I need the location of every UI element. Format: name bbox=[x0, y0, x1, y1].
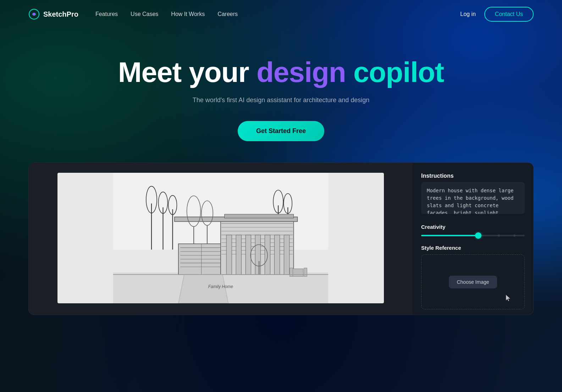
svg-rect-37 bbox=[255, 235, 260, 275]
svg-rect-35 bbox=[236, 235, 241, 275]
hero-title-part3: copilot bbox=[346, 56, 444, 88]
hero-title-part1: Meet your bbox=[118, 56, 257, 88]
sketch-canvas: Family Home bbox=[57, 173, 384, 303]
logo[interactable]: SketchPro bbox=[28, 9, 78, 20]
instructions-textarea[interactable] bbox=[421, 182, 525, 214]
cursor-icon bbox=[505, 294, 512, 303]
logo-text: SketchPro bbox=[43, 10, 78, 18]
nav-links: Features Use Cases How It Works Careers bbox=[95, 11, 238, 17]
creativity-section: Creativity bbox=[421, 224, 525, 236]
slider-dot-2 bbox=[513, 234, 516, 237]
nav-careers[interactable]: Careers bbox=[217, 11, 238, 17]
nav-features[interactable]: Features bbox=[95, 11, 118, 17]
instructions-section: Instructions bbox=[421, 173, 525, 215]
slider-dot-1 bbox=[498, 234, 500, 237]
nav-use-cases[interactable]: Use Cases bbox=[131, 11, 158, 17]
demo-section: Family Home Instructions Creativity Styl… bbox=[28, 162, 534, 315]
svg-point-1 bbox=[33, 13, 35, 16]
cursor-indicator bbox=[505, 294, 512, 304]
cta-button[interactable]: Get Started Free bbox=[238, 121, 324, 141]
instructions-label: Instructions bbox=[421, 173, 525, 179]
style-ref-label: Style Reference bbox=[421, 245, 525, 251]
controls-panel: Instructions Creativity Style Reference … bbox=[413, 163, 533, 315]
svg-rect-41 bbox=[225, 214, 294, 218]
style-ref-box: Choose Image bbox=[421, 254, 525, 309]
slider-thumb[interactable] bbox=[475, 232, 481, 239]
nav-right: Log in Contact Us bbox=[460, 7, 534, 22]
nav-how-it-works[interactable]: How It Works bbox=[171, 11, 205, 17]
contact-button[interactable]: Contact Us bbox=[484, 7, 534, 22]
hero-title-part2: design bbox=[257, 56, 346, 88]
sketch-panel: Family Home bbox=[29, 163, 413, 315]
hero-subtitle: The world's first AI design assistant fo… bbox=[0, 96, 562, 104]
style-ref-section: Style Reference Choose Image bbox=[421, 245, 525, 309]
login-button[interactable]: Log in bbox=[460, 11, 476, 17]
logo-icon bbox=[28, 9, 40, 20]
svg-rect-49 bbox=[304, 268, 307, 276]
svg-rect-40 bbox=[284, 235, 290, 275]
nav-left: SketchPro Features Use Cases How It Work… bbox=[28, 9, 238, 20]
slider-track[interactable] bbox=[421, 235, 525, 236]
hero-title: Meet your design copilot bbox=[0, 57, 562, 88]
choose-image-button[interactable]: Choose Image bbox=[449, 276, 497, 288]
creativity-label: Creativity bbox=[421, 224, 525, 230]
hero-section: Meet your design copilot The world's fir… bbox=[0, 28, 562, 155]
svg-text:Family Home: Family Home bbox=[208, 284, 233, 289]
svg-rect-36 bbox=[246, 235, 251, 275]
sketch-svg: Family Home bbox=[57, 173, 384, 303]
svg-rect-47 bbox=[292, 269, 303, 277]
svg-rect-48 bbox=[290, 268, 293, 276]
navbar: SketchPro Features Use Cases How It Work… bbox=[0, 0, 562, 28]
svg-rect-39 bbox=[275, 235, 280, 275]
svg-rect-34 bbox=[226, 235, 232, 275]
